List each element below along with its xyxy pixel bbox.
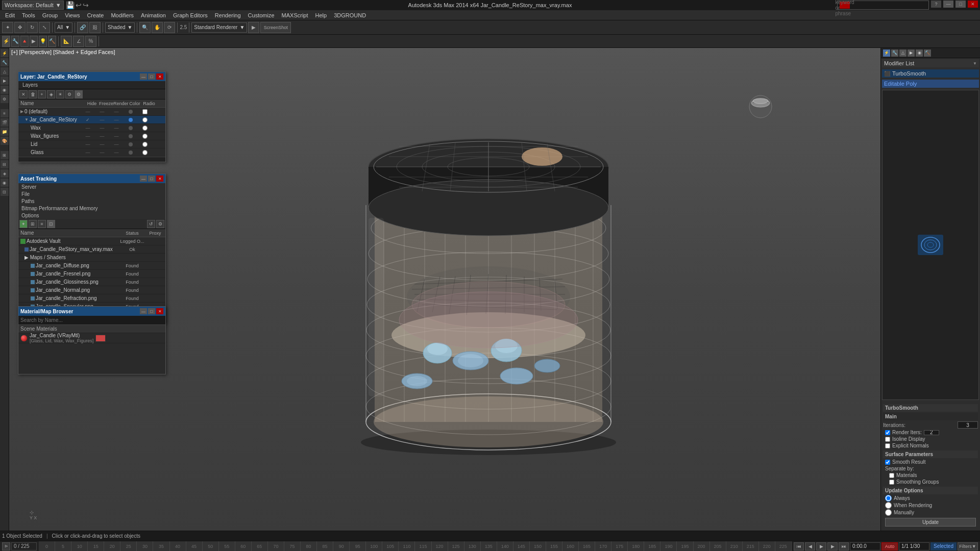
view-cube[interactable]	[748, 94, 773, 119]
when-rendering-radio[interactable]	[885, 502, 892, 509]
sidebar-utilities[interactable]: ⚙	[1, 95, 9, 103]
move-btn[interactable]: ✥	[14, 22, 26, 33]
sidebar-material[interactable]: 🎨	[1, 137, 9, 145]
select-btn[interactable]: ✦	[2, 22, 13, 33]
scale-btn[interactable]: ⤡	[39, 22, 50, 33]
update-button[interactable]: Update	[885, 518, 976, 527]
utilities-tab[interactable]: 🔨	[48, 36, 56, 47]
material-panel-maximize[interactable]: □	[148, 308, 155, 314]
layer-panel-maximize[interactable]: □	[148, 73, 155, 80]
menu-rendering[interactable]: Rendering	[212, 11, 244, 20]
unlink-btn[interactable]: ⛓	[89, 22, 101, 33]
search-box[interactable]: Type a keyword or phrase	[837, 1, 929, 10]
percent-snap[interactable]: %	[85, 36, 96, 47]
layer-scrollbar[interactable]	[18, 157, 165, 162]
menu-group[interactable]: Group	[39, 11, 61, 20]
zoom-btn[interactable]: 🔍	[139, 22, 151, 33]
asset-settings-btn[interactable]: ⚙	[156, 220, 164, 228]
timeline-play-btn[interactable]: ⊳	[2, 542, 10, 550]
sidebar-extra3[interactable]: ◈	[1, 169, 9, 178]
layer-new-btn[interactable]: ✕	[19, 90, 28, 98]
current-time-display[interactable]: 0:00.0	[850, 542, 880, 550]
layer-panel-titlebar[interactable]: Layer: Jar_Candle_ReStory — □ ✕	[18, 72, 165, 81]
rp-icon-3[interactable]: △	[899, 49, 906, 57]
minimize-btn[interactable]: —	[943, 1, 953, 8]
asset-btn2[interactable]: ⊞	[29, 220, 37, 228]
layer-highlight-btn[interactable]: ☀	[56, 90, 64, 98]
material-search-input[interactable]	[20, 317, 163, 323]
manually-radio[interactable]	[885, 509, 892, 516]
frame-counter[interactable]: 0 / 225	[11, 542, 37, 550]
render-btn[interactable]: ▶	[248, 22, 259, 33]
rotate-btn[interactable]: ↻	[27, 22, 38, 33]
rp-icon-5[interactable]: ◉	[916, 49, 923, 57]
menu-views[interactable]: Views	[62, 11, 83, 20]
rp-icon-6[interactable]: 🔨	[924, 49, 931, 57]
menu-tools[interactable]: Tools	[19, 11, 38, 20]
layer-settings-btn[interactable]: ⚙	[75, 90, 83, 98]
material-panel-close[interactable]: ✕	[156, 308, 163, 314]
screenshot-btn[interactable]: ScreenShot	[260, 22, 291, 33]
menu-graph-editors[interactable]: Graph Editors	[170, 11, 211, 20]
sidebar-extra2[interactable]: ⊟	[1, 160, 9, 168]
asset-panel-maximize[interactable]: □	[148, 176, 155, 182]
rp-icon-1[interactable]: ⚡	[883, 49, 890, 57]
always-radio[interactable]	[885, 495, 892, 502]
layer-row-glass[interactable]: Glass — — —	[18, 148, 165, 157]
asset-panel-titlebar[interactable]: Asset Tracking — □ ✕	[18, 174, 165, 183]
asset-row-maps[interactable]: ▶ Maps / Shaders	[18, 254, 165, 262]
layer-row-wax-figures[interactable]: Wax_figures — — —	[18, 132, 165, 140]
layer-add-sel-btn[interactable]: +	[38, 90, 46, 98]
asset-btn1[interactable]: ✦	[19, 220, 28, 228]
sidebar-asset[interactable]: 📁	[1, 128, 9, 136]
modify-tab[interactable]: 🔧	[11, 36, 19, 47]
sidebar-layers[interactable]: ≡	[1, 109, 9, 117]
go-to-end-btn[interactable]: ⏭	[839, 542, 849, 550]
material-search-bar[interactable]	[18, 316, 165, 325]
angle-snap[interactable]: ∠	[73, 36, 84, 47]
asset-row-refraction[interactable]: Jar_candle_Refraction.png Found	[18, 294, 165, 303]
auto-key-btn[interactable]: Auto	[881, 542, 898, 550]
layer-sel-objs-btn[interactable]: ◈	[47, 90, 55, 98]
close-btn[interactable]: ✕	[968, 1, 978, 8]
arc-rotate-btn[interactable]: ⟳	[164, 22, 175, 33]
hierarchy-tab[interactable]: 🔺	[20, 36, 29, 47]
smooth-result-checkbox[interactable]	[885, 460, 890, 465]
rp-icon-2[interactable]: 🔧	[891, 49, 898, 57]
snap-toggle[interactable]: 📐	[61, 36, 72, 47]
asset-row-vault[interactable]: Autodesk Vault Logged O...	[18, 237, 165, 245]
iterations-input[interactable]	[958, 421, 978, 429]
menu-create[interactable]: Create	[84, 11, 107, 20]
asset-file-menu[interactable]: File	[18, 190, 165, 197]
layer-panel-minimize[interactable]: —	[140, 73, 147, 80]
play-btn[interactable]: ▶	[816, 542, 826, 550]
material-color-swatch[interactable]	[95, 335, 106, 342]
sidebar-extra4[interactable]: ◉	[1, 179, 9, 187]
material-panel-titlebar[interactable]: Material/Map Browser — □ ✕	[18, 307, 165, 316]
save-icon[interactable]: 💾	[66, 1, 75, 9]
timeline-track[interactable]: 0 5 10 15 20 25 30 35 40 45 50 55 60 65 …	[39, 541, 792, 551]
help-icon[interactable]: ?	[931, 1, 941, 8]
asset-btn4[interactable]: ⊡	[47, 220, 55, 228]
sidebar-motion[interactable]: ▶	[1, 77, 9, 85]
asset-panel-close[interactable]: ✕	[156, 176, 163, 182]
sidebar-create[interactable]: ⚡	[1, 49, 9, 57]
motion-tab[interactable]: ▶	[30, 36, 38, 47]
menu-modifiers[interactable]: Modifiers	[108, 11, 137, 20]
sidebar-scene[interactable]: 🎬	[1, 118, 9, 127]
sidebar-extra5[interactable]: ⊡	[1, 188, 9, 196]
layer-delete-btn[interactable]: 🗑	[29, 90, 37, 98]
sidebar-display[interactable]: ◉	[1, 86, 9, 94]
asset-row-fresnel[interactable]: Jar_candle_Fresnel.png Found	[18, 270, 165, 278]
display-tab[interactable]: 💡	[39, 36, 47, 47]
go-to-start-btn[interactable]: ⏮	[794, 542, 804, 550]
material-item-jar[interactable]: Jar_Candle (VRayMtl) [Glass, Lid, Wax, W…	[18, 333, 165, 343]
menu-3dground[interactable]: 3DGROUND	[331, 11, 369, 20]
link-btn[interactable]: 🔗	[77, 22, 88, 33]
layer-row-0[interactable]: ▶0 (default) — — —	[18, 108, 165, 116]
explicit-normals-checkbox[interactable]	[885, 443, 890, 448]
filters-btn[interactable]: Filters▼	[958, 542, 978, 550]
workspace-dropdown[interactable]: Workspace: Default ▼	[2, 1, 64, 10]
smoothing-groups-checkbox[interactable]	[889, 480, 894, 485]
materials-checkbox[interactable]	[889, 473, 894, 478]
